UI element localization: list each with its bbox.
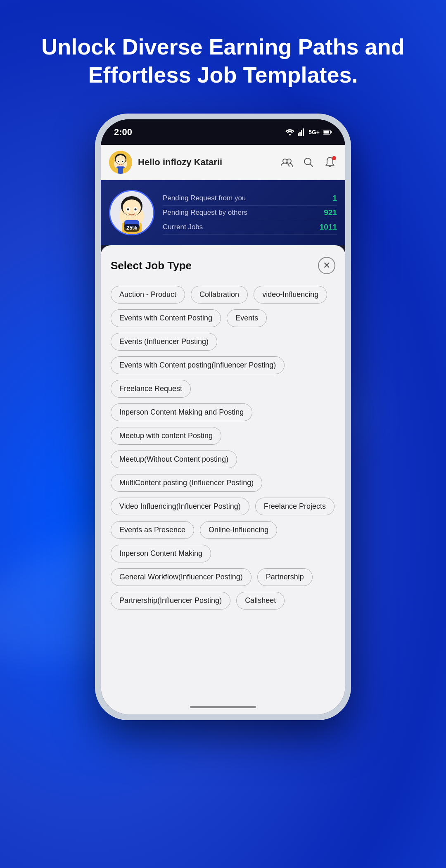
svg-point-20 (287, 159, 291, 163)
search-icon[interactable] (301, 155, 316, 169)
avatar-percent: 25% (124, 224, 140, 232)
svg-point-19 (283, 159, 287, 163)
avatar-image (109, 151, 132, 174)
chip-freelance-request[interactable]: Freelance Request (111, 380, 191, 398)
stat-label-current-jobs: Current Jobs (163, 223, 203, 231)
chip-events-with-content-posting[interactable]: Events with Content Posting (111, 309, 221, 327)
chip-freelance-projects[interactable]: Freelance Projects (255, 498, 334, 515)
phone-inner: 2:00 5G+ (101, 119, 345, 714)
stat-label-pending-from-you: Pending Request from you (163, 194, 246, 202)
chip-video-influencing[interactable]: video-Influencing (254, 286, 327, 304)
svg-point-0 (289, 134, 291, 135)
stat-label-pending-by-others: Pending Request by others (163, 209, 247, 217)
stat-row-pending-by-others: Pending Request by others 921 (163, 206, 337, 220)
modal-sheet: Select Job Type ✕ Auction - ProductColla… (101, 245, 345, 700)
svg-point-14 (118, 161, 119, 162)
avatar (109, 151, 132, 174)
modal-title: Select Job Type (111, 259, 192, 272)
chip-events-with-content-postinginfluencer-posting[interactable]: Events with Content posting(Influencer P… (111, 356, 285, 374)
chip-auction---product[interactable]: Auction - Product (111, 286, 185, 304)
svg-point-11 (116, 155, 126, 164)
svg-rect-7 (324, 131, 329, 134)
home-bar-line (190, 706, 256, 708)
svg-point-28 (127, 209, 129, 211)
modal-header: Select Job Type ✕ (111, 257, 335, 274)
svg-rect-3 (301, 130, 302, 136)
status-bar: 2:00 5G+ (101, 119, 345, 145)
chip-partnership[interactable]: Partnership (257, 568, 313, 586)
stat-value-pending-from-you: 1 (332, 194, 337, 203)
chip-video-influencinginfluencer-posting[interactable]: Video Influencing(Influencer Posting) (111, 498, 249, 515)
notification-icon[interactable] (323, 155, 337, 169)
svg-point-15 (122, 161, 123, 162)
stat-value-pending-by-others: 921 (324, 208, 337, 217)
header-icons (280, 155, 337, 169)
chip-meetupwithout-content-posting[interactable]: Meetup(Without Content posting) (111, 451, 237, 468)
chip-inperson-content-making-and-posting[interactable]: Inperson Content Making and Posting (111, 403, 252, 421)
phone-frame: 2:00 5G+ (95, 114, 351, 720)
status-icons: 5G+ (285, 128, 332, 136)
svg-rect-4 (303, 128, 304, 136)
5g-label: 5G+ (308, 129, 320, 135)
chip-meetup-with-content-posting[interactable]: Meetup with content Posting (111, 427, 221, 445)
profile-stats: Pending Request from you 1 Pending Reque… (163, 191, 337, 235)
stat-value-current-jobs: 1011 (320, 223, 337, 232)
chip-events-as-presence[interactable]: Events as Presence (111, 521, 194, 539)
phone-wrapper: 2:00 5G+ (0, 114, 446, 720)
page-title: Unlock Diverse Earning Paths and Effortl… (33, 33, 413, 89)
group-icon[interactable] (280, 155, 294, 169)
app-header: Hello inflozy Katarii (101, 145, 345, 180)
chip-collabration[interactable]: Collabration (191, 286, 248, 304)
profile-avatar: 25% (109, 190, 154, 235)
chip-events-influencer-posting[interactable]: Events (Influencer Posting) (111, 333, 217, 351)
profile-banner: 25% Pending Request from you 1 Pending R… (101, 180, 345, 245)
phone-notch (190, 119, 256, 135)
chip-events[interactable]: Events (227, 309, 267, 327)
svg-rect-6 (331, 131, 332, 133)
svg-rect-18 (123, 168, 126, 174)
chips-container: Auction - ProductCollabrationvideo-Influ… (111, 286, 335, 609)
close-button[interactable]: ✕ (318, 257, 335, 274)
battery-icon (323, 130, 332, 135)
chip-partnershipinfluencer-posting[interactable]: Partnership(Influencer Posting) (111, 592, 230, 609)
signal-icon (298, 128, 305, 136)
chip-online-influencing[interactable]: Online-Influencing (200, 521, 277, 539)
home-bar (101, 700, 345, 714)
stat-row-current-jobs: Current Jobs 1011 (163, 220, 337, 235)
chip-callsheet[interactable]: Callsheet (236, 592, 285, 609)
svg-point-25 (123, 199, 141, 216)
svg-rect-2 (299, 132, 301, 136)
svg-point-29 (135, 209, 137, 211)
chip-multicontent-posting-influencer-posting[interactable]: MultiContent posting (Influencer Posting… (111, 474, 262, 492)
app-greeting: Hello inflozy Katarii (138, 157, 274, 168)
stat-row-pending-from-you: Pending Request from you 1 (163, 191, 337, 206)
wifi-icon (285, 129, 294, 135)
page-header: Unlock Diverse Earning Paths and Effortl… (0, 0, 446, 105)
phone-time: 2:00 (114, 127, 132, 138)
chip-inperson-content-making[interactable]: Inperson Content Making (111, 545, 211, 562)
svg-rect-1 (298, 133, 299, 136)
svg-rect-17 (115, 168, 118, 174)
chip-general-workflowinfluencer-posting[interactable]: General Workflow(Influencer Posting) (111, 568, 251, 586)
